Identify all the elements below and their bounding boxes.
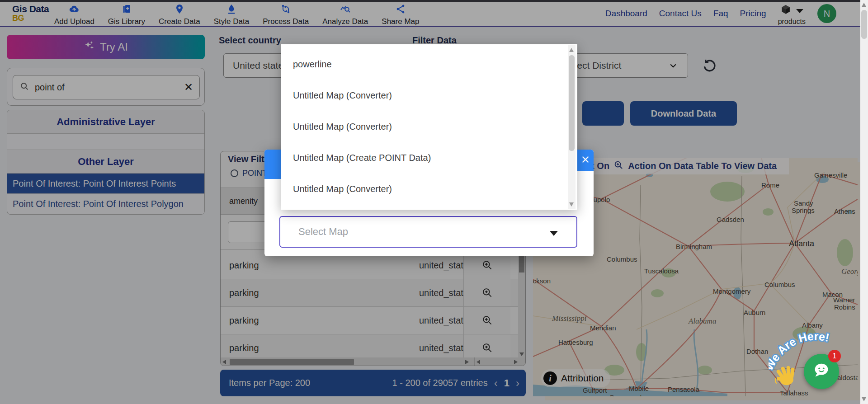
listbox-option[interactable]: Untitled Map (Create POINT Data) — [281, 142, 577, 174]
modal-header-fragment — [264, 150, 281, 179]
chat-widget: We Are Here! — [769, 322, 863, 399]
modal-close-button[interactable] — [577, 150, 594, 171]
select-map-combobox[interactable]: Select Map — [279, 216, 577, 248]
listbox-option[interactable]: Untitled Map (Converter) — [281, 111, 577, 142]
listbox-scrollbar[interactable] — [568, 45, 576, 209]
listbox-option[interactable]: Untitled Map (Converter) — [281, 80, 577, 111]
app-root: Gis Data MAPBG Add Upload Gis Library Cr… — [0, 0, 868, 404]
listbox-option[interactable]: Untitled Map (Converter) — [281, 174, 577, 205]
waving-hand-icon — [773, 362, 800, 390]
chevron-down-icon — [550, 231, 558, 236]
chat-bubble-icon — [811, 360, 832, 383]
select-map-placeholder: Select Map — [298, 226, 348, 238]
select-map-listbox: powerline Untitled Map (Converter) Untit… — [281, 44, 577, 210]
listbox-option[interactable]: powerline — [281, 49, 577, 80]
chat-unread-badge: 1 — [828, 350, 841, 362]
close-icon — [580, 155, 590, 166]
